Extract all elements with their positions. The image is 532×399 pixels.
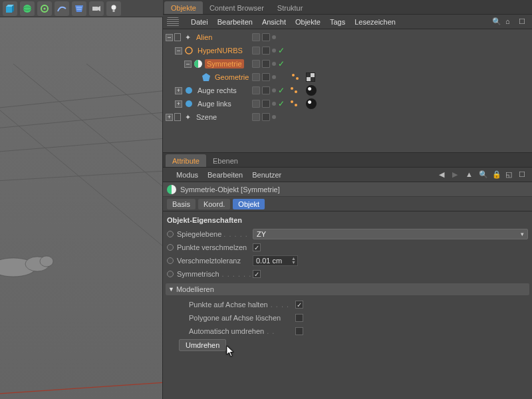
flip-button[interactable]: Umdrehen bbox=[179, 339, 226, 351]
lock-icon[interactable]: 🔒 bbox=[492, 170, 501, 180]
expand-toggle-icon[interactable]: + bbox=[175, 87, 182, 94]
menu-tags[interactable]: Tags bbox=[330, 18, 345, 26]
attribute-tab-bar: Attribute Ebenen bbox=[163, 153, 532, 168]
menu-bookmarks[interactable]: Lesezeichen bbox=[354, 18, 396, 26]
new-window-icon[interactable]: ◱ bbox=[505, 170, 515, 180]
selection-tag-icon[interactable] bbox=[292, 74, 301, 80]
null-icon: ✦ bbox=[183, 112, 192, 122]
hypernurbs-icon bbox=[184, 46, 194, 55]
tab-content-browser[interactable]: Content Browser bbox=[203, 1, 271, 14]
tab-structure[interactable]: Struktur bbox=[271, 1, 310, 14]
menu-user[interactable]: Benutzer bbox=[252, 171, 281, 179]
search-icon[interactable]: 🔍 bbox=[479, 170, 488, 180]
keyframe-ring-icon[interactable] bbox=[167, 271, 174, 277]
up-icon[interactable]: ▲ bbox=[466, 170, 475, 180]
menu-edit[interactable]: Bearbeiten bbox=[217, 18, 253, 26]
menu-edit[interactable]: Bearbeiten bbox=[207, 171, 243, 179]
weld-points-checkbox[interactable]: ✓ bbox=[253, 243, 261, 251]
camera-tool-icon[interactable] bbox=[89, 1, 104, 16]
object-header-title: Symmetrie-Objekt [Symmetrie] bbox=[180, 186, 280, 194]
hold-points-checkbox[interactable]: ✓ bbox=[295, 301, 303, 309]
keyframe-ring-icon[interactable] bbox=[167, 257, 174, 264]
svg-line-20 bbox=[0, 380, 163, 396]
auto-flip-checkbox[interactable]: . bbox=[295, 327, 303, 335]
prop-delete-polys: Polygone auf Achse löschen . bbox=[167, 311, 528, 325]
object-hierarchy[interactable]: – ✦ Alien – HyperNURBS – Symmetrie Geome… bbox=[163, 29, 532, 153]
keyframe-ring-icon[interactable] bbox=[167, 244, 174, 251]
collapse-toggle-icon[interactable]: – bbox=[166, 34, 173, 41]
symmetric-checkbox[interactable]: ✓ bbox=[253, 270, 261, 278]
tree-label[interactable]: Symmetrie bbox=[205, 59, 244, 68]
light-tool-icon[interactable] bbox=[106, 1, 121, 16]
modeling-section-header[interactable]: ▼ Modellieren bbox=[166, 283, 529, 295]
layer-icon[interactable] bbox=[174, 113, 181, 121]
menu-file[interactable]: Datei bbox=[191, 18, 208, 26]
subtab-coord[interactable]: Koord. bbox=[198, 199, 230, 209]
svg-point-3 bbox=[23, 5, 31, 13]
mirror-plane-dropdown[interactable]: ZY bbox=[253, 229, 528, 239]
enable-check-icon[interactable]: ✓ bbox=[278, 100, 285, 108]
material-tag-icon[interactable] bbox=[306, 98, 317, 109]
svg-line-19 bbox=[0, 77, 163, 277]
viewport[interactable] bbox=[0, 17, 163, 399]
null-icon: ✦ bbox=[183, 33, 192, 42]
gear-tool-icon[interactable] bbox=[37, 1, 52, 16]
attribute-menu: Modus Bearbeiten Benutzer ◀ ▶ ▲ 🔍 🔒 ◱ ☐ bbox=[163, 168, 532, 182]
enable-check-icon[interactable]: ✓ bbox=[278, 47, 285, 55]
collapse-toggle-icon[interactable]: – bbox=[175, 47, 182, 55]
home-icon[interactable]: ⌂ bbox=[505, 17, 515, 27]
tree-label[interactable]: Auge links bbox=[196, 99, 233, 108]
section-title: Modellieren bbox=[176, 285, 214, 293]
tree-label[interactable]: Alien bbox=[194, 33, 214, 42]
tab-layers[interactable]: Ebenen bbox=[206, 154, 245, 167]
enable-check-icon[interactable]: ✓ bbox=[278, 60, 285, 68]
cube-tool-icon[interactable] bbox=[3, 1, 17, 16]
properties-panel: Objekt-Eigenschaften Spiegelebene . . . … bbox=[163, 211, 532, 399]
prop-hold-points: Punkte auf Achse halten . . . . ✓ bbox=[167, 298, 528, 311]
prop-tolerance: Verschmelztoleranz 0.01 cm▲▼ bbox=[167, 254, 528, 267]
svg-line-15 bbox=[0, 136, 163, 154]
sphere-icon bbox=[184, 99, 194, 108]
tolerance-input[interactable]: 0.01 cm▲▼ bbox=[253, 255, 298, 266]
svg-point-24 bbox=[186, 47, 192, 54]
menu-mode[interactable]: Modus bbox=[176, 171, 198, 179]
texture-tag-icon[interactable] bbox=[306, 72, 315, 82]
tree-label[interactable]: Szene bbox=[194, 112, 219, 122]
layer-icon[interactable] bbox=[174, 33, 181, 41]
expand-toggle-icon[interactable]: + bbox=[166, 114, 173, 121]
mesh-preview bbox=[0, 256, 53, 277]
menu-view[interactable]: Ansicht bbox=[262, 18, 286, 26]
next-icon[interactable]: ▶ bbox=[452, 170, 462, 180]
deformer-tool-icon[interactable] bbox=[72, 1, 86, 16]
prev-icon[interactable]: ◀ bbox=[439, 170, 448, 180]
subtab-basis[interactable]: Basis bbox=[167, 199, 196, 209]
symmetry-icon bbox=[167, 185, 176, 194]
prop-label: Automatisch umdrehen bbox=[189, 327, 264, 335]
expand-icon[interactable]: ☐ bbox=[519, 170, 528, 180]
expand-icon[interactable]: ☐ bbox=[519, 17, 528, 27]
sphere-tool-icon[interactable] bbox=[20, 1, 35, 16]
right-pane: Objekte Content Browser Struktur Datei B… bbox=[163, 0, 532, 399]
menu-objects[interactable]: Objekte bbox=[295, 18, 321, 26]
collapse-toggle-icon[interactable]: – bbox=[184, 61, 192, 68]
material-tag-icon[interactable] bbox=[306, 85, 317, 96]
expand-toggle-icon[interactable]: + bbox=[175, 100, 182, 108]
delete-polys-checkbox[interactable]: . bbox=[295, 314, 303, 322]
svg-point-23 bbox=[40, 256, 53, 267]
selection-tag-icon[interactable] bbox=[291, 100, 300, 107]
subtab-object[interactable]: Objekt bbox=[233, 199, 265, 209]
manager-tab-bar: Objekte Content Browser Struktur bbox=[163, 0, 532, 15]
svg-rect-0 bbox=[6, 7, 12, 13]
tree-label[interactable]: Auge rechts bbox=[196, 86, 239, 95]
tree-label[interactable]: HyperNURBS bbox=[196, 46, 245, 55]
enable-check-icon[interactable]: ✓ bbox=[278, 86, 285, 94]
object-header: Symmetrie-Objekt [Symmetrie] bbox=[163, 182, 532, 197]
keyframe-ring-icon[interactable] bbox=[167, 231, 174, 237]
tab-objects[interactable]: Objekte bbox=[164, 1, 203, 14]
tab-attribute[interactable]: Attribute bbox=[166, 154, 206, 167]
tree-label[interactable]: Geometrie bbox=[213, 72, 251, 82]
selection-tag-icon[interactable] bbox=[291, 87, 300, 94]
search-icon[interactable]: 🔍 bbox=[492, 17, 501, 27]
spline-tool-icon[interactable] bbox=[55, 1, 69, 16]
input-value: 0.01 cm bbox=[256, 257, 282, 265]
